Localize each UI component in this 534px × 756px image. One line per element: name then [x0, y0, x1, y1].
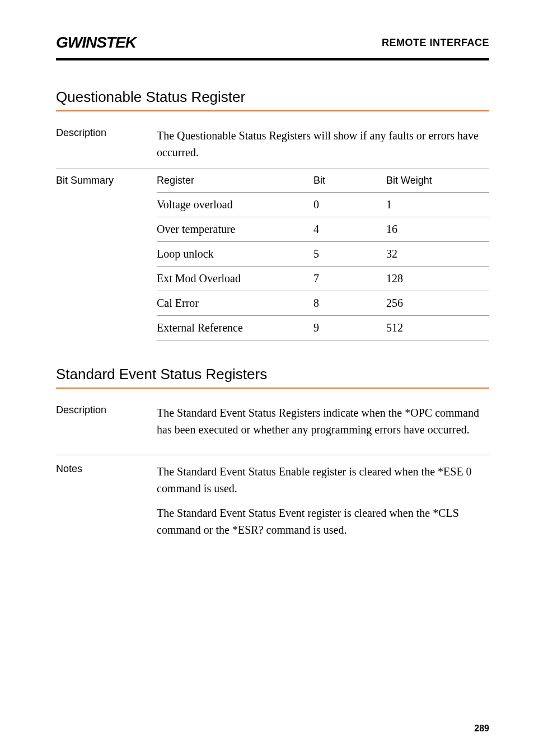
cell-register: Ext Mod Overload [157, 272, 313, 285]
cell-weight: 16 [386, 223, 489, 236]
header-bit: Bit [313, 175, 386, 186]
section-title: Questionable Status Register [56, 88, 489, 106]
cell-weight: 32 [386, 248, 489, 260]
section-divider [56, 110, 489, 111]
header-weight: Bit Weight [386, 175, 489, 186]
notes-paragraph: The Standard Event Status Event register… [157, 505, 489, 538]
cell-weight: 1 [386, 198, 489, 211]
table-row: Cal Error 8 256 [157, 291, 489, 316]
description-row: Description The Questionable Status Regi… [56, 122, 489, 169]
description-label: Description [56, 404, 157, 416]
cell-bit: 7 [313, 272, 386, 285]
cell-bit: 0 [313, 198, 386, 211]
cell-bit: 9 [313, 321, 386, 334]
cell-weight: 256 [386, 297, 489, 310]
bit-summary-label: Bit Summary [56, 169, 157, 340]
cell-bit: 8 [313, 297, 386, 310]
description-row: Description The Standard Event Status Re… [56, 399, 489, 455]
table-row: External Reference 9 512 [157, 316, 489, 340]
section-standard-event-status: Standard Event Status Registers Descript… [56, 366, 489, 544]
section-title: Standard Event Status Registers [56, 366, 489, 383]
page-number: 289 [474, 724, 489, 734]
cell-bit: 5 [313, 248, 386, 260]
cell-register: Voltage overload [157, 198, 313, 211]
cell-register: Cal Error [157, 297, 313, 310]
table-row: Voltage overload 0 1 [157, 193, 489, 217]
cell-register: Over temperature [157, 223, 313, 236]
cell-weight: 128 [386, 272, 489, 285]
notes-row: Notes The Standard Event Status Enable r… [56, 455, 489, 544]
table-row: Loop unlock 5 32 [157, 242, 489, 267]
notes-paragraph: The Standard Event Status Enable registe… [157, 463, 489, 497]
table-row: Over temperature 4 16 [157, 217, 489, 242]
cell-weight: 512 [386, 321, 489, 334]
notes-content: The Standard Event Status Enable registe… [157, 463, 489, 538]
table-row: Ext Mod Overload 7 128 [157, 267, 489, 291]
cell-bit: 4 [313, 223, 386, 236]
page-header: GWINSTEK REMOTE INTERFACE [56, 34, 489, 60]
section-divider [56, 388, 489, 389]
description-label: Description [56, 127, 157, 139]
section-questionable-status: Questionable Status Register Description… [56, 88, 489, 340]
table-header-row: Register Bit Bit Weight [157, 169, 489, 193]
cell-register: Loop unlock [157, 248, 313, 260]
header-register: Register [157, 175, 313, 186]
description-text: The Questionable Status Registers will s… [157, 127, 489, 161]
cell-register: External Reference [157, 321, 313, 334]
bit-summary-table: Bit Summary Register Bit Bit Weight Volt… [56, 169, 489, 340]
brand-logo: GWINSTEK [56, 34, 136, 52]
header-section-label: REMOTE INTERFACE [382, 37, 489, 49]
notes-label: Notes [56, 463, 157, 475]
description-text: The Standard Event Status Registers indi… [157, 404, 489, 438]
